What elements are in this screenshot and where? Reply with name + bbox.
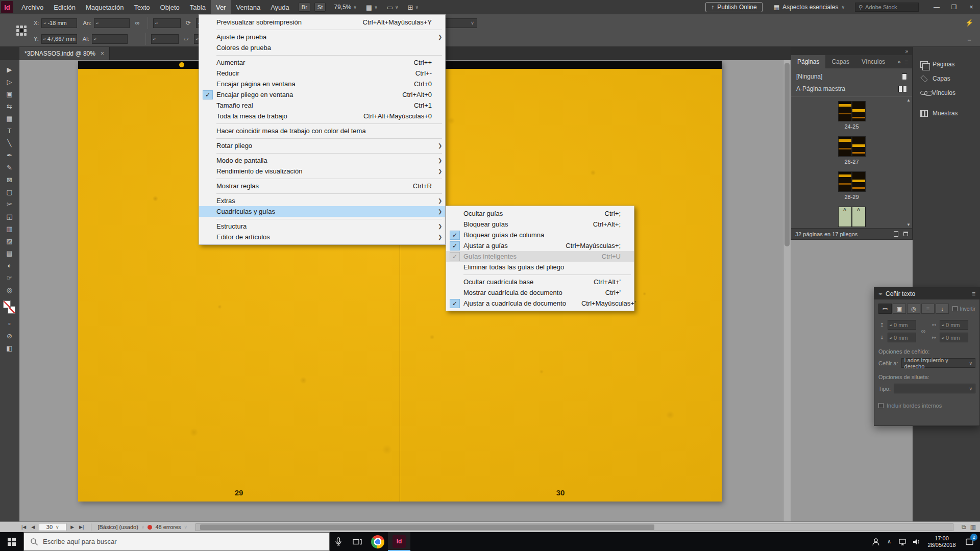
close-tab-icon[interactable]: × [101,50,104,57]
menu-item[interactable]: Guías inteligentes Ctrl+U [446,251,634,262]
minimize-button[interactable]: — [928,0,945,14]
direct-selection-tool[interactable]: ▷ [3,76,17,88]
pencil-tool[interactable]: ✎ [3,161,17,173]
menu-item[interactable]: Reducir Ctrl+- [199,68,445,79]
quick-apply-icon[interactable]: ⚡ [965,19,973,27]
action-center-button[interactable]: 2 [960,532,980,551]
first-page-button[interactable]: |◀ [20,524,27,530]
preflight-profile[interactable]: [Básico] (usado) [97,524,138,530]
wrap-to-dropdown[interactable]: Lados izquierdo y derecho ∨ [901,358,975,368]
view-options-dropdown[interactable]: ▦ ∨ [366,4,378,11]
delete-page-icon[interactable] [903,232,908,236]
offset-bottom-field[interactable]: ▴▾0 mm [888,333,916,342]
x-position-field[interactable]: ▴▾-18 mm [41,18,77,28]
menu-ayuda[interactable]: Ayuda [265,0,295,14]
indesign-taskbar-button[interactable]: Id [388,532,410,551]
menu-ver[interactable]: Ver [211,0,231,14]
menu-item[interactable] [199,28,445,32]
maximize-button[interactable]: ❐ [945,0,963,14]
menu-item[interactable]: Colores de prueba [199,42,445,53]
next-page-button[interactable]: ▶ [69,524,75,530]
arrange-documents-dropdown[interactable]: ⊞ ∨ [408,4,419,11]
spread-24-25[interactable]: 24-25 [838,101,866,130]
line-tool[interactable]: ╲ [3,137,17,149]
last-page-button[interactable]: ▶| [78,524,85,530]
previous-page-button[interactable]: ◀ [30,524,36,530]
constrain-proportions-icon[interactable]: ∞ [132,18,142,28]
menu-item[interactable]: Ocultar cuadrícula base Ctrl+Alt+' [446,277,634,287]
workspace-switcher[interactable]: ▦ Aspectos esenciales ∨ [774,4,845,11]
dock-paginas[interactable]: Páginas [913,57,980,71]
jump-next-column-button[interactable]: ↓ [936,304,949,314]
spread-28-29[interactable]: 28-29 [838,171,866,201]
height-field[interactable]: ▴▾ [92,34,128,44]
contour-type-dropdown[interactable]: ∨ [894,384,975,393]
pen-tool[interactable]: ✒ [3,149,17,161]
document-tab[interactable]: *3DNASSOS.indd @ 80% × [19,47,110,60]
content-collector-tool[interactable]: ▦ [3,112,17,124]
menu-archivo[interactable]: Archivo [16,0,48,14]
gap-tool[interactable]: ⇆ [3,100,17,112]
rotate-icon[interactable]: ⟳ [183,18,193,28]
chrome-taskbar-button[interactable] [368,532,388,551]
panel-menu-icon[interactable]: ≡ [972,290,975,297]
width-field[interactable]: ▴▾ [94,18,130,28]
invert-checkbox[interactable]: Invertir [952,306,975,312]
menu-item[interactable] [199,136,445,140]
menu-item[interactable] [199,121,445,126]
taskbar-clock[interactable]: 17:00 28/05/2018 [924,532,960,551]
tab-vinculos[interactable]: Vínculos [855,55,891,68]
menu-item[interactable]: Bloquear guías Ctrl+Alt+; [446,219,634,230]
menu-objeto[interactable]: Objeto [155,0,185,14]
dock-muestras[interactable]: Muestras [913,106,980,120]
gradient-feather-tool[interactable]: ▨ [3,235,17,247]
task-view-button[interactable] [347,532,368,551]
text-wrap-title-bar[interactable]: ◂▸ Ceñir texto ≡ [874,288,979,299]
menu-item[interactable]: Rendimiento de visualización [199,166,445,177]
page-tool[interactable]: ▣ [3,88,17,100]
scissors-tool[interactable]: ✂ [3,198,17,210]
menu-item[interactable]: Bloquear guías de columna [446,230,634,240]
horizontal-scrollbar[interactable] [195,523,953,531]
y-position-field[interactable]: ▴▾47,667 mm [41,34,77,44]
offset-left-field[interactable]: ▴▾0 mm [940,320,968,330]
menu-item[interactable]: Ajustar a cuadrícula de documento Ctrl+M… [446,298,634,309]
offset-right-field[interactable]: ▴▾0 mm [940,333,968,342]
people-button[interactable] [869,532,883,551]
menu-texto[interactable]: Texto [129,0,155,14]
close-button[interactable]: × [963,0,980,14]
bridge-button[interactable]: Br [299,3,310,12]
split-view-icon[interactable]: ⧉ [962,523,966,531]
menu-item[interactable]: Editor de artículos [199,232,445,242]
master-a-row[interactable]: A-Página maestra [791,83,912,95]
taskbar-search-input[interactable]: Escribe aquí para buscar [23,532,330,551]
dock-capas[interactable]: Capas [913,71,980,86]
fit-view-icon[interactable]: ▥ [970,523,976,531]
scale-x-field[interactable]: ▴▾ [153,18,181,28]
apply-none-button[interactable]: ⊘ [3,330,17,342]
wrap-none-button[interactable]: ▭ [878,304,892,314]
volume-button[interactable] [910,532,924,551]
rectangle-frame-tool[interactable]: ⊠ [3,173,17,186]
panel-menu-icon[interactable]: ≡ [905,59,908,65]
collapse-dock-icon[interactable]: » [905,48,908,54]
jump-object-button[interactable]: ≡ [921,304,935,314]
menu-item[interactable]: Ocultar guías Ctrl+; [446,208,634,219]
menu-item[interactable]: Extras [199,195,445,206]
menu-maquetacion[interactable]: Maquetación [81,0,129,14]
tab-capas[interactable]: Capas [825,55,855,68]
screen-mode-dropdown[interactable]: ▭ ∨ [387,4,399,11]
menu-item[interactable]: Encajar pliego en ventana Ctrl+Alt+0 [199,89,445,100]
scroll-down-icon[interactable]: ▼ [906,222,911,227]
control-panel-menu-icon[interactable]: ≡ [967,35,971,43]
stock-button[interactable]: St [314,3,326,12]
preflight-errors[interactable]: 48 errores [155,524,181,530]
cortana-mic-button[interactable] [330,532,347,551]
horizontal-scrollbar-thumb[interactable] [200,524,654,530]
menu-item[interactable]: Mostrar reglas Ctrl+R [199,181,445,191]
link-offsets-icon[interactable]: ∞ [918,328,928,335]
new-spread-icon[interactable] [894,231,898,237]
screen-mode-button[interactable]: ◧ [3,342,17,354]
menu-item[interactable]: Mostrar cuadrícula de documento Ctrl+' [446,287,634,298]
note-tool[interactable]: ▤ [3,247,17,259]
